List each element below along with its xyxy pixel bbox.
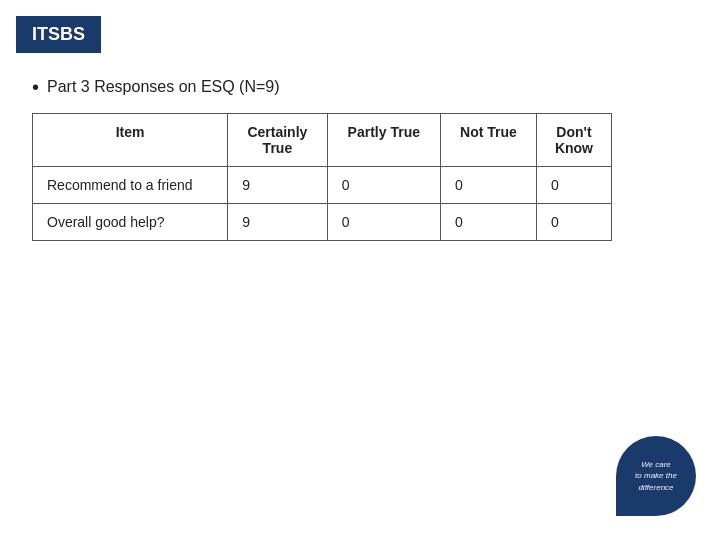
section-title: • Part 3 Responses on ESQ (N=9) [32,77,688,97]
cell-partly-true: 0 [327,204,440,241]
col-header-not-true: Not True [440,114,536,167]
cell-partly-true: 0 [327,167,440,204]
bullet-icon: • [32,77,39,97]
main-content: • Part 3 Responses on ESQ (N=9) Item Cer… [0,53,720,265]
cell-item: Recommend to a friend [33,167,228,204]
section-title-text: Part 3 Responses on ESQ (N=9) [47,78,280,96]
cell-item: Overall good help? [33,204,228,241]
cell-not-true: 0 [440,167,536,204]
badge-logo: We care to make the difference [616,436,696,516]
cell-not-true: 0 [440,204,536,241]
responses-table: Item CertainlyTrue Partly True Not True … [32,113,612,241]
col-header-partly-true: Partly True [327,114,440,167]
logo-header: ITSBS [16,16,101,53]
badge-text: We care to make the difference [635,459,677,493]
table-row: Overall good help?9000 [33,204,612,241]
col-header-item: Item [33,114,228,167]
table-row: Recommend to a friend9000 [33,167,612,204]
cell-dont-know: 0 [536,204,611,241]
cell-dont-know: 0 [536,167,611,204]
cell-certainly-true: 9 [228,167,327,204]
table-header-row: Item CertainlyTrue Partly True Not True … [33,114,612,167]
col-header-dont-know: Don'tKnow [536,114,611,167]
col-header-certainly-true: CertainlyTrue [228,114,327,167]
cell-certainly-true: 9 [228,204,327,241]
